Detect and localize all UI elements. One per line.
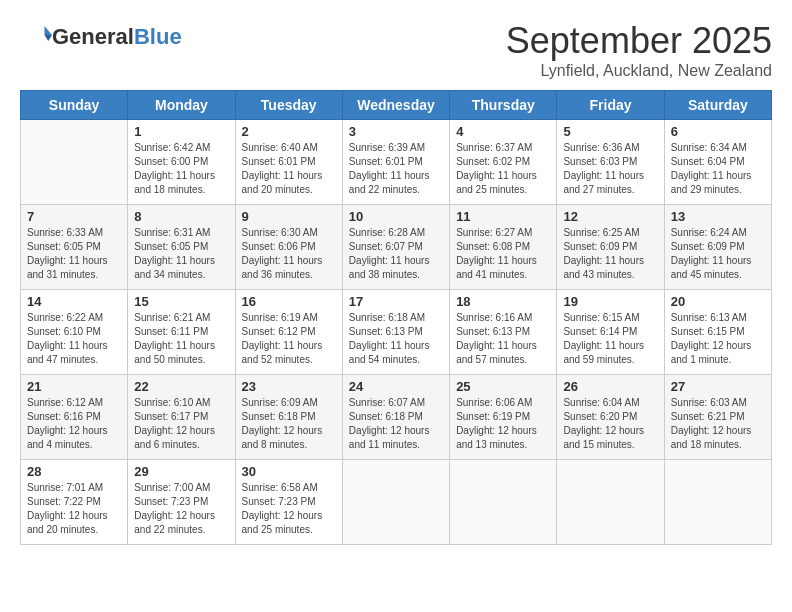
header-thursday: Thursday [450,91,557,120]
day-number: 6 [671,124,765,139]
week-row-4: 21Sunrise: 6:12 AMSunset: 6:16 PMDayligh… [21,375,772,460]
day-number: 20 [671,294,765,309]
title-section: September 2025 Lynfield, Auckland, New Z… [506,20,772,80]
day-number: 7 [27,209,121,224]
calendar-cell: 26Sunrise: 6:04 AMSunset: 6:20 PMDayligh… [557,375,664,460]
day-number: 17 [349,294,443,309]
day-info: Sunrise: 7:01 AMSunset: 7:22 PMDaylight:… [27,481,121,537]
calendar-cell: 10Sunrise: 6:28 AMSunset: 6:07 PMDayligh… [342,205,449,290]
day-number: 10 [349,209,443,224]
calendar-cell: 1Sunrise: 6:42 AMSunset: 6:00 PMDaylight… [128,120,235,205]
calendar-cell: 28Sunrise: 7:01 AMSunset: 7:22 PMDayligh… [21,460,128,545]
calendar-header-row: SundayMondayTuesdayWednesdayThursdayFrid… [21,91,772,120]
day-info: Sunrise: 6:24 AMSunset: 6:09 PMDaylight:… [671,226,765,282]
calendar-cell: 20Sunrise: 6:13 AMSunset: 6:15 PMDayligh… [664,290,771,375]
day-info: Sunrise: 6:22 AMSunset: 6:10 PMDaylight:… [27,311,121,367]
calendar-cell: 17Sunrise: 6:18 AMSunset: 6:13 PMDayligh… [342,290,449,375]
calendar: SundayMondayTuesdayWednesdayThursdayFrid… [20,90,772,545]
page-header: GeneralBlue September 2025 Lynfield, Auc… [20,20,772,80]
calendar-cell: 24Sunrise: 6:07 AMSunset: 6:18 PMDayligh… [342,375,449,460]
calendar-cell: 18Sunrise: 6:16 AMSunset: 6:13 PMDayligh… [450,290,557,375]
calendar-cell: 25Sunrise: 6:06 AMSunset: 6:19 PMDayligh… [450,375,557,460]
day-number: 8 [134,209,228,224]
day-info: Sunrise: 6:34 AMSunset: 6:04 PMDaylight:… [671,141,765,197]
day-number: 21 [27,379,121,394]
calendar-cell: 23Sunrise: 6:09 AMSunset: 6:18 PMDayligh… [235,375,342,460]
calendar-cell [664,460,771,545]
calendar-cell: 16Sunrise: 6:19 AMSunset: 6:12 PMDayligh… [235,290,342,375]
day-number: 9 [242,209,336,224]
day-info: Sunrise: 6:18 AMSunset: 6:13 PMDaylight:… [349,311,443,367]
day-info: Sunrise: 6:21 AMSunset: 6:11 PMDaylight:… [134,311,228,367]
day-number: 4 [456,124,550,139]
day-number: 30 [242,464,336,479]
day-info: Sunrise: 6:39 AMSunset: 6:01 PMDaylight:… [349,141,443,197]
logo: GeneralBlue [20,20,182,54]
day-number: 26 [563,379,657,394]
header-monday: Monday [128,91,235,120]
day-info: Sunrise: 6:58 AMSunset: 7:23 PMDaylight:… [242,481,336,537]
calendar-cell: 7Sunrise: 6:33 AMSunset: 6:05 PMDaylight… [21,205,128,290]
calendar-cell: 29Sunrise: 7:00 AMSunset: 7:23 PMDayligh… [128,460,235,545]
location: Lynfield, Auckland, New Zealand [506,62,772,80]
week-row-5: 28Sunrise: 7:01 AMSunset: 7:22 PMDayligh… [21,460,772,545]
day-info: Sunrise: 6:07 AMSunset: 6:18 PMDaylight:… [349,396,443,452]
calendar-cell [21,120,128,205]
week-row-2: 7Sunrise: 6:33 AMSunset: 6:05 PMDaylight… [21,205,772,290]
day-info: Sunrise: 6:19 AMSunset: 6:12 PMDaylight:… [242,311,336,367]
calendar-cell [450,460,557,545]
day-number: 16 [242,294,336,309]
month-title: September 2025 [506,20,772,62]
day-number: 14 [27,294,121,309]
day-number: 25 [456,379,550,394]
day-number: 24 [349,379,443,394]
day-number: 11 [456,209,550,224]
header-friday: Friday [557,91,664,120]
calendar-cell: 27Sunrise: 6:03 AMSunset: 6:21 PMDayligh… [664,375,771,460]
calendar-cell: 8Sunrise: 6:31 AMSunset: 6:05 PMDaylight… [128,205,235,290]
day-info: Sunrise: 6:10 AMSunset: 6:17 PMDaylight:… [134,396,228,452]
day-info: Sunrise: 6:28 AMSunset: 6:07 PMDaylight:… [349,226,443,282]
week-row-3: 14Sunrise: 6:22 AMSunset: 6:10 PMDayligh… [21,290,772,375]
day-info: Sunrise: 6:16 AMSunset: 6:13 PMDaylight:… [456,311,550,367]
day-info: Sunrise: 6:15 AMSunset: 6:14 PMDaylight:… [563,311,657,367]
week-row-1: 1Sunrise: 6:42 AMSunset: 6:00 PMDaylight… [21,120,772,205]
calendar-cell: 14Sunrise: 6:22 AMSunset: 6:10 PMDayligh… [21,290,128,375]
day-number: 27 [671,379,765,394]
calendar-cell: 5Sunrise: 6:36 AMSunset: 6:03 PMDaylight… [557,120,664,205]
calendar-cell: 3Sunrise: 6:39 AMSunset: 6:01 PMDaylight… [342,120,449,205]
day-number: 3 [349,124,443,139]
calendar-cell [557,460,664,545]
day-info: Sunrise: 6:33 AMSunset: 6:05 PMDaylight:… [27,226,121,282]
day-number: 13 [671,209,765,224]
day-number: 23 [242,379,336,394]
day-info: Sunrise: 6:03 AMSunset: 6:21 PMDaylight:… [671,396,765,452]
logo-icon [22,20,52,50]
calendar-cell: 30Sunrise: 6:58 AMSunset: 7:23 PMDayligh… [235,460,342,545]
day-info: Sunrise: 6:25 AMSunset: 6:09 PMDaylight:… [563,226,657,282]
day-info: Sunrise: 6:04 AMSunset: 6:20 PMDaylight:… [563,396,657,452]
day-info: Sunrise: 6:12 AMSunset: 6:16 PMDaylight:… [27,396,121,452]
calendar-cell: 13Sunrise: 6:24 AMSunset: 6:09 PMDayligh… [664,205,771,290]
day-number: 2 [242,124,336,139]
day-info: Sunrise: 7:00 AMSunset: 7:23 PMDaylight:… [134,481,228,537]
header-sunday: Sunday [21,91,128,120]
header-wednesday: Wednesday [342,91,449,120]
day-info: Sunrise: 6:37 AMSunset: 6:02 PMDaylight:… [456,141,550,197]
svg-marker-0 [45,26,53,35]
calendar-cell: 6Sunrise: 6:34 AMSunset: 6:04 PMDaylight… [664,120,771,205]
day-info: Sunrise: 6:40 AMSunset: 6:01 PMDaylight:… [242,141,336,197]
calendar-cell: 22Sunrise: 6:10 AMSunset: 6:17 PMDayligh… [128,375,235,460]
day-info: Sunrise: 6:27 AMSunset: 6:08 PMDaylight:… [456,226,550,282]
day-number: 29 [134,464,228,479]
logo-blue: Blue [134,24,182,49]
calendar-cell [342,460,449,545]
day-info: Sunrise: 6:13 AMSunset: 6:15 PMDaylight:… [671,311,765,367]
day-info: Sunrise: 6:06 AMSunset: 6:19 PMDaylight:… [456,396,550,452]
logo-text: GeneralBlue [52,25,182,49]
day-number: 12 [563,209,657,224]
calendar-cell: 19Sunrise: 6:15 AMSunset: 6:14 PMDayligh… [557,290,664,375]
calendar-cell: 4Sunrise: 6:37 AMSunset: 6:02 PMDaylight… [450,120,557,205]
day-number: 1 [134,124,228,139]
header-saturday: Saturday [664,91,771,120]
